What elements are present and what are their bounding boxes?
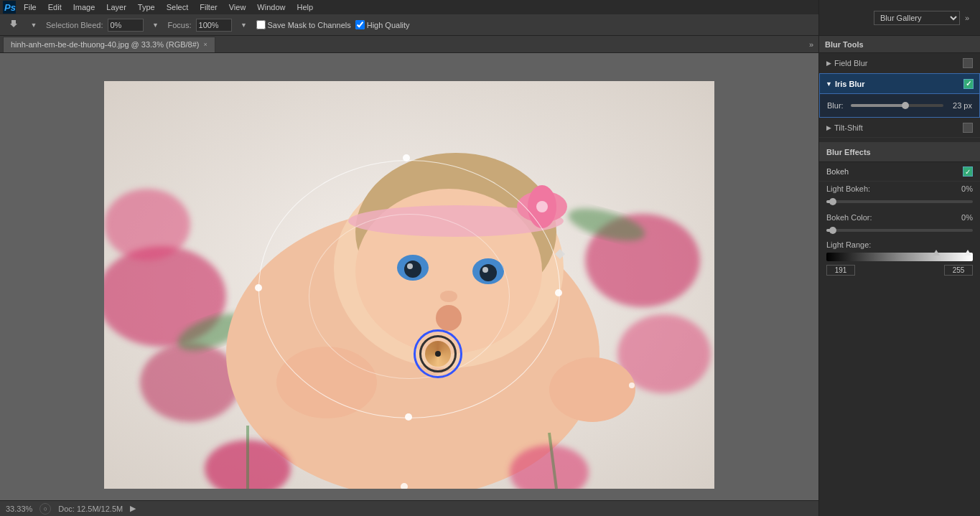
- field-blur-chevron: ▶: [826, 60, 831, 67]
- menu-file[interactable]: File: [20, 1, 40, 13]
- light-range-bar: [826, 253, 973, 261]
- menu-filter[interactable]: Filter: [196, 1, 220, 13]
- tab-filename: hinh-anh-em-be-de-thuong-40.jpg @ 33.3% …: [11, 40, 199, 49]
- save-mask-label: Save Mask to Channels: [268, 21, 351, 29]
- svg-point-27: [536, 201, 548, 212]
- light-bokeh-row: Light Bokeh: 0%: [819, 182, 980, 207]
- menu-select[interactable]: Select: [163, 1, 192, 13]
- light-bokeh-label: Light Bokeh:: [826, 184, 870, 193]
- high-quality-checkbox[interactable]: [355, 20, 365, 29]
- menu-window[interactable]: Window: [253, 1, 289, 13]
- menu-help[interactable]: Help: [293, 1, 317, 13]
- iris-blur-label: Iris Blur: [835, 80, 865, 88]
- focus-arrow[interactable]: ▼: [236, 17, 252, 33]
- light-range-left-input[interactable]: [826, 265, 855, 276]
- svg-marker-2: [10, 20, 17, 27]
- blur-effects-header[interactable]: Blur Effects: [819, 142, 980, 162]
- document-tab[interactable]: hinh-anh-em-be-de-thuong-40.jpg @ 33.3% …: [3, 37, 215, 52]
- iris-chevron: ▼: [826, 80, 832, 88]
- blur-slider-label: Blur:: [827, 101, 846, 110]
- iris-check-icon: ✓: [966, 80, 971, 88]
- tab-bar: hinh-anh-em-be-de-thuong-40.jpg @ 33.3% …: [0, 36, 818, 53]
- tilt-shift-row[interactable]: ▶ Tilt-Shift: [819, 118, 980, 138]
- light-range-section: Light Range:: [819, 236, 980, 280]
- tab-expander[interactable]: »: [804, 36, 818, 53]
- panel-top: Blur Gallery »: [819, 0, 980, 36]
- doc-size: Doc: 12.5M/12.5M: [58, 505, 123, 513]
- bokeh-row[interactable]: Bokeh ✓: [819, 162, 980, 182]
- menu-type[interactable]: Type: [134, 1, 159, 13]
- focus-input[interactable]: [196, 19, 232, 32]
- handle-bottom-extra[interactable]: [401, 483, 408, 489]
- blur-tools-header[interactable]: Blur Tools: [819, 36, 980, 53]
- light-bokeh-value: 0%: [961, 184, 973, 193]
- bokeh-color-value: 0%: [961, 213, 973, 222]
- blur-effects-label: Blur Effects: [826, 148, 871, 156]
- field-blur-label: Field Blur: [834, 59, 867, 67]
- selection-bleed-input[interactable]: [108, 19, 144, 32]
- save-mask-checkbox[interactable]: [256, 20, 266, 29]
- light-range-right-input[interactable]: [944, 265, 973, 276]
- iris-blur-header[interactable]: ▼ Iris Blur ✓: [820, 74, 979, 94]
- tilt-shift-chevron: ▶: [826, 124, 831, 131]
- handle-right-mid[interactable]: [629, 383, 635, 388]
- blur-gallery-dropdown[interactable]: Blur Gallery: [874, 11, 960, 25]
- tilt-shift-checkbox[interactable]: [963, 123, 973, 133]
- high-quality-checkbox-wrap[interactable]: High Quality: [355, 20, 410, 29]
- blur-effects-section: Blur Effects Bokeh ✓ Light Bokeh: 0% Bok…: [819, 142, 980, 280]
- bokeh-checkbox[interactable]: ✓: [963, 166, 973, 177]
- menu-edit[interactable]: Edit: [45, 1, 65, 13]
- handle-bottom[interactable]: [405, 413, 412, 421]
- light-range-values: [826, 265, 973, 276]
- iris-blur-section: ▼ Iris Blur ✓ Blur: 23 px: [819, 73, 980, 118]
- iris-blur-checkbox[interactable]: ✓: [963, 79, 974, 89]
- canvas-area: [0, 53, 818, 516]
- canvas-image-container[interactable]: [104, 81, 714, 489]
- bokeh-check-icon: ✓: [965, 168, 971, 176]
- zoom-icon[interactable]: ○: [39, 503, 51, 515]
- iris-blur-body: Blur: 23 px: [820, 94, 979, 117]
- light-bokeh-slider[interactable]: [826, 200, 973, 203]
- blur-slider-row: Blur: 23 px: [827, 98, 972, 113]
- field-blur-row[interactable]: ▶ Field Blur: [819, 53, 980, 73]
- svg-point-7: [140, 343, 241, 422]
- light-range-mid-handle[interactable]: [933, 250, 940, 255]
- menu-layer[interactable]: Layer: [103, 1, 130, 13]
- handle-right[interactable]: [555, 289, 562, 296]
- menu-image[interactable]: Image: [70, 1, 99, 13]
- svg-point-29: [549, 357, 635, 422]
- svg-point-6: [104, 189, 190, 261]
- status-arrow[interactable]: ▶: [130, 504, 136, 513]
- light-range-label: Light Range:: [826, 240, 973, 249]
- bokeh-color-label: Bokeh Color:: [826, 213, 872, 222]
- focus-label: Focus:: [168, 21, 192, 29]
- tab-close-button[interactable]: ×: [203, 41, 207, 48]
- light-range-right-handle[interactable]: [964, 250, 971, 255]
- move-tool-icon[interactable]: [6, 17, 22, 33]
- tool-arrow-icon[interactable]: ▼: [26, 17, 42, 33]
- handle-left[interactable]: [255, 284, 262, 291]
- status-bar: 33.33% ○ Doc: 12.5M/12.5M ▶: [0, 500, 818, 516]
- menu-view[interactable]: View: [225, 1, 250, 13]
- blur-tools-label: Blur Tools: [825, 40, 864, 49]
- selection-bleed-label: Selection Bleed:: [46, 21, 103, 29]
- zoom-level: 33.33%: [6, 505, 32, 513]
- panel-expander[interactable]: »: [960, 11, 974, 25]
- bokeh-color-slider[interactable]: [826, 229, 973, 232]
- app-logo: Ps: [3, 1, 16, 14]
- high-quality-label: High Quality: [367, 21, 410, 29]
- bokeh-color-row: Bokeh Color: 0%: [819, 210, 980, 236]
- bokeh-label: Bokeh: [826, 167, 849, 176]
- save-mask-checkbox-wrap[interactable]: Save Mask to Channels: [256, 20, 351, 29]
- handle-top[interactable]: [403, 154, 410, 161]
- selection-bleed-arrow[interactable]: ▼: [148, 17, 164, 33]
- blur-slider[interactable]: [851, 104, 943, 107]
- iris-inner-ellipse: [309, 214, 510, 379]
- svg-text:Ps: Ps: [4, 2, 16, 13]
- blur-value: 23 px: [948, 101, 972, 110]
- field-blur-checkbox[interactable]: [963, 58, 973, 68]
- right-panel: Blur Gallery » Blur Tools ▶ Field Blur ▼…: [818, 0, 980, 516]
- tilt-shift-label: Tilt-Shift: [834, 123, 863, 132]
